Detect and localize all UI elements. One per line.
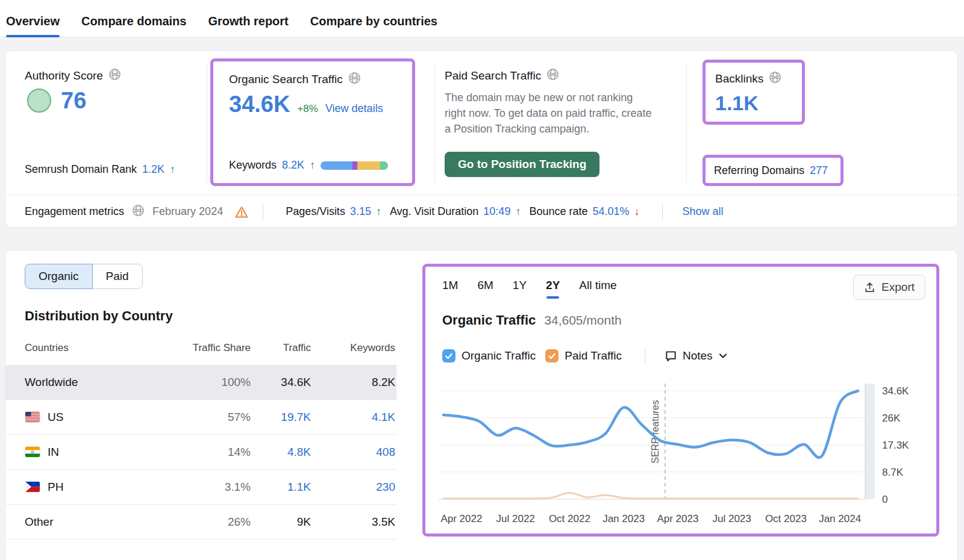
divider (263, 204, 263, 220)
traffic-chart-panel: 1M6M1Y2YAll time Export Organic Traffic … (422, 264, 939, 537)
legend-paid-traffic[interactable]: Paid Traffic (545, 349, 622, 362)
metric-value[interactable]: 54.01% (592, 205, 629, 218)
y-axis-label: 34.6K (882, 385, 909, 397)
range-tab-6m[interactable]: 6M (477, 279, 493, 292)
country-label: Other (25, 515, 54, 529)
engagement-metrics-row: Engagement metrics February 2024 Pages/V… (5, 194, 957, 228)
metric-value[interactable]: 10:49 (483, 205, 510, 218)
legend-organic-traffic[interactable]: Organic Traffic (442, 349, 536, 362)
domain-rank-value[interactable]: 1.2K (142, 163, 164, 176)
range-tab-1m[interactable]: 1M (442, 279, 458, 292)
engagement-period: February 2024 (152, 205, 223, 218)
chart-title: Organic Traffic (442, 313, 536, 328)
paid-traffic-series (443, 493, 858, 499)
export-label: Export (881, 281, 915, 294)
notes-label: Notes (683, 349, 713, 362)
divider (207, 63, 207, 184)
metric-value[interactable]: 3.15 (350, 205, 371, 218)
tab-overview[interactable]: Overview (6, 14, 60, 37)
metric-label: Avg. Visit Duration (390, 205, 478, 218)
country-table: Worldwide100%34.6K8.2KUS57%19.7K4.1KIN14… (5, 365, 416, 540)
position-tracking-button[interactable]: Go to Position Tracking (445, 152, 599, 177)
legend-label: Organic Traffic (462, 349, 536, 362)
authority-score-title: Authority Score (25, 68, 121, 84)
globe-icon (348, 72, 361, 87)
warning-icon (234, 205, 249, 219)
tab-growth-report[interactable]: Growth report (208, 14, 288, 37)
authority-score-label: Authority Score (25, 69, 103, 82)
country-name: US (25, 411, 150, 424)
traffic-value[interactable]: 19.7K (251, 411, 311, 424)
country-row-other[interactable]: Other26%9K3.5K (5, 504, 396, 540)
range-tab-all-time[interactable]: All time (579, 279, 616, 292)
country-table-header: CountriesTraffic ShareTrafficKeywords (5, 342, 416, 354)
toggle-paid[interactable]: Paid (92, 264, 143, 289)
backlinks-highlight-box: Backlinks 1.1K (703, 60, 805, 125)
show-all-link[interactable]: Show all (683, 205, 724, 218)
range-tab-2y[interactable]: 2Y (546, 279, 560, 292)
tab-compare-by-countries[interactable]: Compare by countries (310, 14, 437, 37)
x-axis-label: Jul 2023 (712, 513, 751, 524)
country-label: US (48, 411, 63, 424)
keywords-value[interactable]: 230 (311, 481, 395, 494)
top-nav: OverviewCompare domainsGrowth reportComp… (0, 0, 964, 37)
metric-bounce-rate: Bounce rate54.01%↓ (529, 205, 639, 218)
semrush-domain-overview: OverviewCompare domainsGrowth reportComp… (0, 0, 964, 560)
distribution-title: Distribution by Country (25, 308, 173, 324)
divider (686, 63, 687, 184)
metric-avg-visit-duration: Avg. Visit Duration10:49↑ (390, 205, 521, 218)
globe-icon (132, 204, 145, 220)
y-axis-label: 26K (882, 412, 901, 424)
paid-traffic-description: The domain may be new or not ranking rig… (445, 90, 657, 137)
column-header-traffic: Traffic (251, 342, 311, 354)
checkbox-organic-traffic[interactable] (442, 349, 455, 362)
y-axis-label: 17.3K (882, 440, 909, 451)
country-label: Worldwide (25, 376, 78, 389)
organic-traffic-delta: +8% (297, 103, 318, 115)
keywords-value[interactable]: 4.1K (311, 411, 395, 424)
backlinks-label: Backlinks (715, 72, 763, 86)
traffic-value: 9K (251, 515, 311, 529)
intent-segment-blue (321, 161, 352, 170)
organic-traffic-label: Organic Search Traffic (229, 73, 343, 86)
country-row-worldwide[interactable]: Worldwide100%34.6K8.2K (5, 365, 396, 399)
traffic-share-value: 57% (196, 411, 251, 424)
traffic-value[interactable]: 4.8K (251, 446, 311, 459)
divider (662, 204, 663, 220)
view-details-link[interactable]: View details (325, 102, 383, 115)
traffic-value[interactable]: 1.1K (251, 481, 311, 494)
country-row-in[interactable]: IN14%4.8K408 (5, 434, 396, 469)
country-row-us[interactable]: US57%19.7K4.1K (5, 399, 396, 434)
referring-domains-value[interactable]: 277 (810, 164, 828, 177)
export-button[interactable]: Export (853, 275, 925, 300)
tab-compare-domains[interactable]: Compare domains (81, 14, 186, 37)
traffic-line-chart[interactable]: 08.7K17.3K26K34.6KApr 2022Jul 2022Oct 20… (439, 376, 921, 528)
x-axis-label: Jan 2024 (819, 513, 861, 524)
x-axis-label: Jan 2023 (602, 513, 645, 524)
keywords-value[interactable]: 408 (311, 446, 395, 459)
keywords-intent-bar (321, 161, 388, 170)
notes-dropdown[interactable]: Notes (665, 349, 728, 362)
traffic-share-value: 100% (196, 376, 251, 389)
traffic-share-value: 3.1% (196, 481, 251, 494)
range-tab-1y[interactable]: 1Y (513, 279, 527, 292)
paid-traffic-label: Paid Search Traffic (445, 69, 541, 82)
organic-traffic-highlight-box: Organic Search Traffic 34.6K +8% View de… (210, 58, 415, 186)
country-name: PH (25, 481, 150, 494)
y-axis-label: 8.7K (882, 467, 904, 478)
x-axis-label: Oct 2023 (765, 513, 807, 524)
date-range-tabs: 1M6M1Y2YAll time (442, 279, 617, 292)
organic-paid-toggle: OrganicPaid (25, 264, 143, 289)
toggle-organic[interactable]: Organic (25, 264, 93, 289)
globe-icon (546, 68, 559, 84)
legend-label: Paid Traffic (565, 349, 622, 362)
keywords-value[interactable]: 8.2K (282, 159, 304, 172)
divider (645, 347, 645, 364)
organic-traffic-title: Organic Search Traffic (229, 72, 361, 87)
keywords-value: 8.2K (311, 376, 395, 389)
country-row-ph[interactable]: PH3.1%1.1K230 (5, 469, 396, 504)
checkbox-paid-traffic[interactable] (545, 349, 559, 362)
authority-score-value: 76 (61, 89, 86, 112)
chart-title-row: Organic Traffic 34,605/month (442, 313, 622, 328)
chevron-down-icon (718, 351, 728, 361)
